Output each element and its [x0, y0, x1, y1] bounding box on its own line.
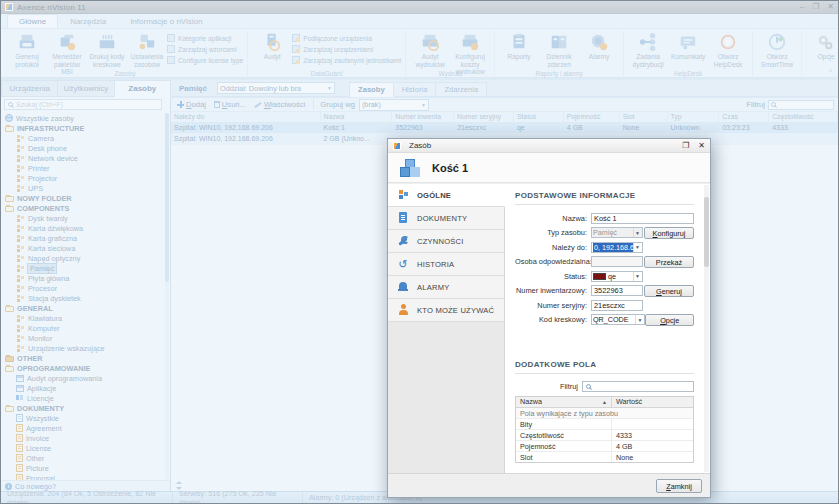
dialog-nav-czynno-ci[interactable]: CZYNNOŚCI [388, 230, 504, 253]
configure-button[interactable]: Konfiguruj [644, 227, 694, 239]
tree-item-wszystkie[interactable]: Wszystkie [1, 413, 164, 423]
tree-item-nowy-folder[interactable]: NOWY FOLDER [1, 193, 164, 203]
tree-item-karta-graficzna[interactable]: Karta graficzna [1, 233, 164, 243]
tree-item-karta-sieciowa[interactable]: Karta sieciowa [1, 243, 164, 253]
view-tab-zasoby[interactable]: Zasoby [349, 82, 394, 97]
tree-item-dokumenty[interactable]: DOKUMENTY [1, 403, 164, 413]
close-dialog-button[interactable]: Zamknij [656, 479, 702, 493]
dialog-nav-dokumenty[interactable]: DOKUMENTY [388, 207, 504, 230]
dialog-maximize-button[interactable]: ❐ [682, 142, 689, 150]
tree-item-monitor[interactable]: Monitor [1, 333, 164, 343]
tree-item-p-yta-g-wna[interactable]: Płyta główna [1, 273, 164, 283]
extra-table-row[interactable]: SlotNone [516, 452, 693, 463]
tree-item-network-device[interactable]: Network device [1, 153, 164, 163]
tree-item-nap-d-optyczny[interactable]: Napęd optyczny [1, 253, 164, 263]
ribbon-button-drukuj-kody-kreskowe[interactable]: Drukuj kody kreskowe [87, 31, 127, 69]
tree-item-proposal[interactable]: Proposal [1, 473, 164, 480]
column-header-nale-y-do[interactable]: Należy do [171, 112, 321, 122]
dialog-nav-alarmy[interactable]: ALARMY [388, 276, 504, 299]
tree-item-printer[interactable]: Printer [1, 163, 164, 173]
column-header-pojemno[interactable]: Pojemność [564, 112, 620, 122]
tree-item-components[interactable]: COMPONENTS [1, 203, 164, 213]
ribbon-tab-narz-dzia[interactable]: Narzędzia [58, 14, 118, 28]
ribbon-small-button-configure-license-type[interactable]: Configure license type [167, 55, 243, 65]
serial-input[interactable] [591, 300, 643, 311]
column-header-status[interactable]: Status [514, 112, 564, 122]
ribbon-small-button-zarz-dzaj-wzorcami[interactable]: Zarządzaj wzorcami [167, 44, 243, 54]
minimize-button[interactable]: – [800, 3, 804, 11]
tree-item-procesor[interactable]: Procesor [1, 283, 164, 293]
tree-item-oprogramowanie[interactable]: OPROGRAMOWANIE [1, 363, 164, 373]
module-tab-urz-dzenia[interactable]: Urządzenia [1, 80, 58, 97]
view-tab-zdarzenia[interactable]: Zdarzenia [436, 82, 487, 97]
owner-input[interactable] [591, 256, 643, 267]
tree-item-camera[interactable]: Camera [1, 133, 164, 143]
tree-scrollbar[interactable] [165, 113, 169, 480]
dialog-nav-kto-mo-e-u-ywa[interactable]: KTO MOŻE UŻYWAĆ [388, 299, 504, 322]
column-header-numer-seryjny[interactable]: Numer seryjny [454, 112, 514, 122]
ribbon-button-audyt-wydruk-w[interactable]: Audyt wydruków [410, 31, 450, 69]
view-tab-historia[interactable]: Historia [394, 82, 437, 97]
tree-item-pami[interactable]: Pamięć [1, 263, 164, 273]
dialog-nav-og-lne[interactable]: OGÓLNE [388, 184, 505, 207]
branch-select[interactable]: Oddział: Dowolny lub bra ▼ [217, 82, 335, 94]
column-header-numer-inwenta[interactable]: Numer inwenta [392, 112, 454, 122]
ribbon-button-zadania-dystrybucji[interactable]: Zadania dystrybucji [628, 31, 668, 69]
ribbon-tab-g-wne[interactable]: Główne [7, 14, 58, 28]
delete-button[interactable]: Usuń... [212, 100, 248, 109]
table-row[interactable]: Szpital: WIN10, 192.168.69.206Kość 13522… [171, 123, 838, 134]
inventory-input[interactable] [591, 285, 643, 296]
ribbon-small-button-kategorie-aplikacji[interactable]: Kategorie aplikacji [167, 33, 243, 43]
transfer-button[interactable]: Przekaż [644, 256, 694, 268]
tree-item-other[interactable]: OTHER [1, 353, 164, 363]
tree-item-audyt-oprogramowania[interactable]: Audyt oprogramowania [1, 373, 164, 383]
filter-input[interactable] [768, 100, 834, 110]
ribbon-button-opcje[interactable]: Opcje [806, 31, 839, 62]
extra-filter-input[interactable] [582, 381, 694, 392]
tree-item-invoice[interactable]: Invoice [1, 433, 164, 443]
status-select[interactable]: qe ▼ [591, 271, 643, 282]
ribbon-small-button-pod-czone-urz-dzenia[interactable]: Podłączone urządzenia [292, 33, 401, 43]
tree-item-stacja-dyskietek[interactable]: Stacja dyskietek [1, 293, 164, 303]
barcode-select[interactable]: QR_CODE ▼ [591, 314, 645, 325]
column-header-czas[interactable]: Czas [719, 112, 769, 122]
ribbon-button-audyt[interactable]: Audyt [252, 31, 292, 62]
ribbon-button-raporty[interactable]: Raporty [499, 31, 539, 62]
type-select[interactable]: Pamięć ▼ [591, 227, 643, 238]
column-header-typ[interactable]: Typ [668, 112, 720, 122]
ribbon-button-dziennik-zdarze[interactable]: Dziennik zdarzeń [539, 31, 579, 69]
name-input[interactable] [591, 213, 694, 224]
ribbon-button-alarmy[interactable]: Alarmy [579, 31, 619, 62]
dialog-nav-historia[interactable]: ↺HISTORIA [388, 253, 504, 276]
column-header-cz-stotliwo[interactable]: Częstotliwość [769, 112, 838, 122]
tree-item-projector[interactable]: Projector [1, 173, 164, 183]
ribbon-button-otw-rz-helpdesk[interactable]: Otwórz HelpDesk [708, 31, 748, 69]
tree-item-desk-phone[interactable]: Desk phone [1, 143, 164, 153]
ribbon-collapse-icon[interactable]: ^ [829, 68, 832, 75]
ribbon-button-ustawienia-zasob-w[interactable]: Ustawienia zasobów [127, 31, 167, 69]
module-tab-u-ytkownicy[interactable]: Użytkownicy [58, 80, 114, 97]
tree-item-general[interactable]: GENERAL [1, 303, 164, 313]
extra-column-warto[interactable]: Wartość [612, 397, 693, 407]
properties-button[interactable]: Właściwości [252, 100, 307, 109]
column-header-nazwa[interactable]: Nazwa [321, 112, 393, 122]
options-button[interactable]: Opcje [645, 314, 694, 326]
module-tab-zasoby[interactable]: Zasoby [115, 80, 171, 97]
ribbon-button-generuj-protok[interactable]: Generuj protokół [7, 31, 47, 69]
extra-table-row[interactable]: Bity [516, 419, 693, 430]
tree-item-other[interactable]: Other [1, 453, 164, 463]
tree-item-agreement[interactable]: Agreement [1, 423, 164, 433]
column-header-slot[interactable]: Slot [620, 112, 668, 122]
dialog-scrollbar[interactable] [704, 185, 709, 472]
dialog-close-button[interactable]: ✕ [698, 142, 705, 150]
close-button[interactable]: ✕ [827, 3, 834, 11]
tree-item-wszystkie-zasoby[interactable]: Wszystkie zasoby [1, 113, 164, 123]
tree-item-urz-dzenie-wskazuj-ce[interactable]: Urządzenie wskazujące [1, 343, 164, 353]
tree-item-komputer[interactable]: Komputer [1, 323, 164, 333]
extra-table-row[interactable]: Częstotliwość4333 [516, 430, 693, 441]
tree-item-klawiatura[interactable]: Klawiatura [1, 313, 164, 323]
ribbon-button-otw-rz-smarttime[interactable]: Otwórz SmartTime [757, 31, 797, 69]
extra-column-nazwa[interactable]: Nazwa▲ [516, 397, 612, 407]
ribbon-tab-informacje-o-nvision[interactable]: Informacje o nVision [118, 14, 214, 28]
ribbon-small-button-zarz-dzaj-urz-dzeniami[interactable]: Zarządzaj urządzeniami [292, 44, 401, 54]
